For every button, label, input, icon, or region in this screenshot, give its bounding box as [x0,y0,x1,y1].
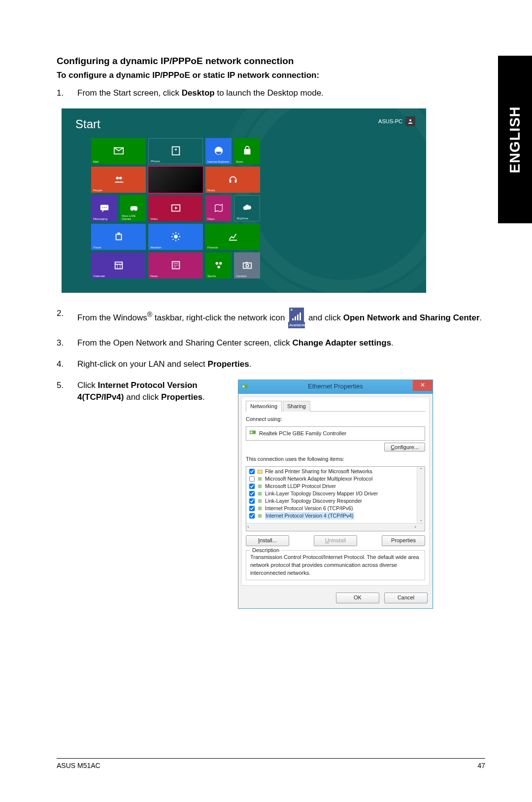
svg-rect-11 [118,233,120,235]
svg-rect-21 [115,262,122,269]
svg-rect-40 [258,477,262,481]
dialog-titlebar: Ethernet Properties ✕ [238,380,432,394]
tile-messaging[interactable]: Messaging [91,195,117,221]
svg-rect-38 [251,432,253,434]
tab-sharing[interactable]: Sharing [283,401,310,412]
tile-mail[interactable]: Mail [91,138,146,164]
svg-point-31 [217,266,220,269]
list-item[interactable]: File and Printer Sharing for Microsoft N… [246,468,425,475]
nic-icon [249,429,256,438]
svg-rect-1 [172,147,179,155]
language-tab: ENGLISH [498,56,532,223]
step-number: 2. [57,308,77,329]
tile-music[interactable]: Music [205,167,260,193]
svg-rect-44 [258,507,262,510]
step-text: From the Start screen, click Desktop to … [77,87,485,100]
svg-point-12 [174,235,177,238]
page-number: 47 [477,762,485,769]
tile-calendar[interactable]: Calendar [91,252,146,279]
list-item[interactable]: Internet Protocol Version 6 (TCP/IPv6) [246,505,425,512]
svg-point-6 [102,207,103,208]
step-number: 4. [57,358,77,371]
list-item[interactable]: Microsoft LLDP Protocol Driver [246,483,425,490]
adapter-field[interactable]: Realtek PCIe GBE Family Controller [246,426,425,441]
svg-line-18 [178,239,179,240]
svg-rect-36 [243,385,245,387]
svg-point-3 [116,177,119,180]
tile-people[interactable]: People [91,167,146,193]
install-button[interactable]: Install... [246,535,289,546]
tab-networking[interactable]: Networking [246,401,282,412]
protocol-list[interactable]: File and Printer Sharing for Microsoft N… [246,466,425,531]
step-text: From the Windows® taskbar, right-click t… [77,308,485,329]
uses-items-label: This connection uses the following items… [246,455,425,463]
svg-rect-45 [258,514,262,518]
section-heading: Configuring a dynamic IP/PPPoE network c… [57,56,485,67]
svg-rect-10 [116,235,121,240]
svg-rect-34 [245,262,248,264]
description-box: Description Transmission Control Protoco… [246,550,425,580]
horizontal-scrollbar[interactable] [246,523,425,531]
vertical-scrollbar[interactable] [417,467,425,523]
svg-line-19 [178,234,179,235]
step-number: 5. [57,380,77,609]
svg-rect-41 [258,485,262,488]
list-item[interactable]: Internet Protocol Version 4 (TCP/IPv4) [246,512,425,520]
properties-button[interactable]: Properties [382,535,425,546]
svg-point-7 [104,207,105,208]
user-icon [405,116,415,126]
tile-ie[interactable]: Internet Explorer [205,138,232,164]
dialog-title: Ethernet Properties [308,382,363,391]
svg-point-4 [119,177,122,180]
tile-news[interactable]: News [148,252,203,279]
svg-rect-32 [243,263,251,269]
svg-point-8 [105,207,106,208]
svg-point-29 [215,262,218,265]
step-number: 3. [57,337,77,349]
step-text: Right-click on your LAN and select Prope… [77,358,485,371]
close-button[interactable]: ✕ [413,380,432,391]
svg-rect-43 [258,499,262,503]
svg-rect-42 [258,492,262,495]
tile-skydrive[interactable]: SkyDrive [234,195,260,221]
tile-desktop[interactable]: Desktop [148,167,203,193]
start-user: ASUS-PC [378,116,415,126]
svg-point-2 [175,149,177,151]
svg-line-17 [172,234,173,235]
cancel-button[interactable]: Cancel [384,593,428,603]
nic-icon [241,383,248,390]
uninstall-button[interactable]: Uninstall [314,535,357,546]
section-subheading: To configure a dynamic IP/PPPoE or stati… [57,70,485,80]
step-text: Click Internet Protocol Version 4(TCP/IP… [77,380,225,404]
configure-button[interactable]: CConfigure...onfigure... [384,443,425,452]
ethernet-properties-dialog: Ethernet Properties ✕ Networking Sharing… [238,380,433,609]
list-item[interactable]: Link-Layer Topology Discovery Responder [246,497,425,505]
ok-button[interactable]: OK [336,593,379,603]
step-number: 1. [57,87,77,100]
svg-line-20 [172,239,173,240]
svg-rect-39 [258,470,262,473]
footer-model: ASUS M51AC [57,762,100,769]
tile-camera[interactable]: Camera [234,252,260,279]
svg-point-30 [219,262,222,265]
tile-finance[interactable]: Finance [205,224,260,250]
tile-store[interactable]: Store [234,138,260,164]
tile-weather[interactable]: Weather [148,224,203,250]
start-screen: Start ASUS-PC Mail Photos [62,108,426,293]
start-title: Start [75,117,100,131]
tile-games[interactable]: Xbox LIVE Games [120,195,146,221]
tile-photos[interactable]: Photos [148,138,203,164]
step-text: From the Open Network and Sharing Center… [77,337,485,349]
tile-travel[interactable]: Travel [91,224,146,250]
tile-video[interactable]: Video [148,195,203,221]
list-item[interactable]: Link-Layer Topology Discovery Mapper I/O… [246,490,425,497]
list-item[interactable]: Microsoft Network Adapter Multiplexor Pr… [246,475,425,483]
tile-maps[interactable]: Maps [205,195,232,221]
connect-using-label: Connect using: [246,416,425,423]
svg-point-33 [246,264,249,267]
network-tray-icon: Available [288,308,305,329]
svg-point-0 [409,119,411,121]
tile-sports[interactable]: Sports [205,252,232,279]
